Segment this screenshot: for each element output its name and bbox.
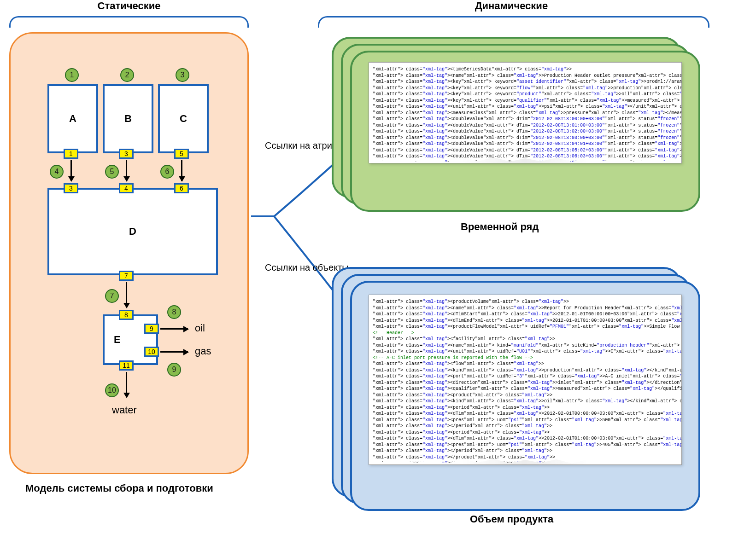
port-3b: 3 bbox=[64, 183, 78, 193]
circle-7: 7 bbox=[105, 289, 119, 303]
volume-xml: "xml-attr"> class="xml-tag"><productVolu… bbox=[369, 295, 682, 465]
port-9: 9 bbox=[144, 324, 159, 334]
arrow-a-d bbox=[70, 160, 72, 181]
circle-5: 5 bbox=[105, 165, 119, 179]
arrow-c-d bbox=[181, 160, 182, 181]
circle-3: 3 bbox=[176, 68, 189, 82]
caption-model: Модель системы сбора и подготовки bbox=[25, 482, 213, 494]
port-7: 7 bbox=[119, 271, 134, 281]
box-e: E bbox=[103, 314, 158, 365]
port-1: 1 bbox=[64, 149, 78, 159]
circle-10: 10 bbox=[105, 383, 119, 397]
box-a: A bbox=[47, 84, 98, 153]
timeseries-stack: "xml-attr"> class="xml-tag"><timeSeriesD… bbox=[332, 37, 700, 212]
caption-timeseries: Временной ряд bbox=[461, 221, 539, 233]
header-static: Статические bbox=[69, 0, 189, 12]
circle-1: 1 bbox=[65, 68, 79, 82]
static-model-panel: A B C 1 2 3 1 3 5 4 5 6 D 3 4 6 7 7 E 8 bbox=[9, 32, 249, 474]
bracket-static bbox=[9, 16, 249, 28]
circle-6: 6 bbox=[160, 165, 174, 179]
header-dynamic: Динамические bbox=[451, 0, 571, 12]
port-4: 4 bbox=[119, 183, 134, 193]
label-water: water bbox=[112, 404, 137, 416]
port-5: 5 bbox=[174, 149, 189, 159]
circle-9: 9 bbox=[167, 363, 181, 377]
port-8: 8 bbox=[119, 310, 134, 320]
timeseries-xml: "xml-attr"> class="xml-tag"><timeSeriesD… bbox=[369, 62, 682, 163]
port-11: 11 bbox=[119, 360, 134, 371]
circle-4: 4 bbox=[50, 165, 64, 179]
circle-2: 2 bbox=[120, 68, 134, 82]
caption-volume: Объем продукта bbox=[470, 513, 553, 525]
box-b: B bbox=[103, 84, 153, 153]
volume-stack: "xml-attr"> class="xml-tag"><productVolu… bbox=[332, 267, 700, 506]
box-d: D bbox=[47, 188, 218, 275]
arrow-b-d bbox=[126, 160, 127, 181]
box-c: C bbox=[158, 84, 209, 153]
port-10: 10 bbox=[144, 347, 159, 357]
port-3a: 3 bbox=[119, 149, 134, 159]
arrow-d-e bbox=[126, 282, 127, 307]
arrow-water bbox=[126, 372, 127, 397]
label-oil: oil bbox=[195, 322, 205, 334]
arrow-gas bbox=[160, 351, 188, 353]
arrow-oil bbox=[160, 328, 188, 330]
label-gas: gas bbox=[195, 345, 211, 357]
bracket-dynamic bbox=[318, 16, 709, 28]
circle-8: 8 bbox=[167, 305, 181, 319]
port-6: 6 bbox=[174, 183, 189, 193]
